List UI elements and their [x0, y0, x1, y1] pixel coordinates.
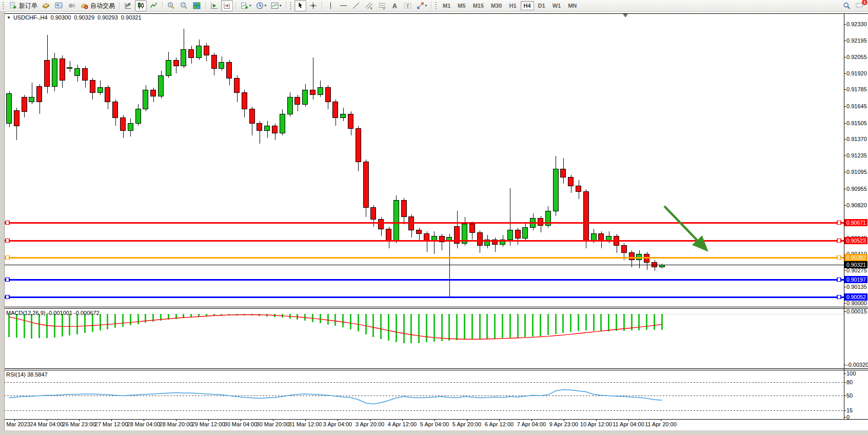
- vertical-line-button[interactable]: [325, 0, 337, 11]
- line-chart-icon: [149, 2, 158, 10]
- fibonacci-button[interactable]: F: [376, 0, 388, 11]
- hline-object-0.90671[interactable]: [4, 221, 844, 224]
- hline-object-0.90197[interactable]: [4, 278, 844, 281]
- horizontal-line-icon: [339, 2, 348, 10]
- main-chart-pane[interactable]: [4, 13, 844, 307]
- sound-alert-button[interactable]: [66, 0, 77, 11]
- periods-button[interactable]: ▾: [254, 0, 268, 11]
- timeframe-m15[interactable]: M15: [470, 1, 487, 10]
- terminal-button[interactable]: [53, 0, 65, 11]
- cursor-icon: [296, 2, 305, 10]
- vertical-line-icon: [326, 2, 335, 10]
- svg-text:F: F: [383, 7, 385, 10]
- tile-windows-button[interactable]: [191, 0, 203, 11]
- toolbar-separator: [431, 2, 431, 10]
- current-price-line: [4, 264, 844, 266]
- fibonacci-icon: F: [378, 2, 386, 10]
- trendline-button[interactable]: [350, 0, 362, 11]
- text-button[interactable]: A: [389, 0, 401, 11]
- toolbar-separator: [322, 2, 322, 10]
- equidistant-channel-button[interactable]: E: [363, 0, 375, 11]
- timeframe-h1[interactable]: H1: [506, 1, 519, 10]
- horizontal-line-button[interactable]: [338, 0, 349, 11]
- tile-windows-icon: [192, 2, 201, 10]
- text-icon: A: [390, 2, 399, 10]
- timeframe-w1[interactable]: W1: [549, 1, 564, 10]
- chevron-down-icon[interactable]: ▾: [265, 4, 267, 8]
- indicators-button[interactable]: ▾: [239, 0, 253, 11]
- toolbar-grip[interactable]: [3, 2, 4, 9]
- notifications-button[interactable]: 1: [854, 0, 865, 11]
- chart-shift-button[interactable]: [221, 0, 233, 11]
- sound-alert-icon: [67, 2, 76, 10]
- trendline-icon: [352, 2, 361, 10]
- toolbar-right-cluster: 1: [840, 0, 866, 11]
- arrows-button[interactable]: ▾: [415, 0, 429, 11]
- timeframe-d1[interactable]: D1: [535, 1, 548, 10]
- toolbar-grip[interactable]: [435, 2, 437, 9]
- auto-scroll-button[interactable]: [208, 0, 220, 11]
- chevron-down-icon[interactable]: ▾: [280, 4, 282, 8]
- toolbar-separator: [162, 2, 163, 10]
- bar-chart-icon: [124, 2, 132, 10]
- bar-chart-button[interactable]: [122, 0, 134, 11]
- toolbar-grip[interactable]: [290, 2, 291, 9]
- autotrading-icon: [80, 2, 89, 10]
- chevron-down-icon[interactable]: ▾: [425, 4, 427, 8]
- toolbar-separator: [286, 2, 286, 10]
- hline-object-0.90523[interactable]: [4, 239, 844, 242]
- equidistant-channel-icon: E: [365, 2, 373, 10]
- hline-object-0.90052[interactable]: [4, 295, 844, 299]
- svg-text:E: E: [370, 7, 372, 10]
- autotrading-button[interactable]: 自动交易: [78, 0, 116, 11]
- chart-shift-icon: [223, 2, 231, 10]
- text-label-button[interactable]: T: [402, 0, 413, 11]
- toolbar-separator: [119, 2, 120, 10]
- new-order-button[interactable]: 新订单: [7, 0, 39, 11]
- candlestick-chart-button[interactable]: [135, 0, 147, 11]
- hline-object-0.90382[interactable]: [4, 256, 844, 259]
- periods-icon: [255, 2, 264, 10]
- timeframe-m30[interactable]: M30: [488, 1, 505, 10]
- cursor-button[interactable]: [294, 0, 306, 11]
- timeframe-m5[interactable]: M5: [455, 1, 468, 10]
- search-icon: [842, 2, 851, 10]
- macd-pane[interactable]: [4, 309, 844, 368]
- timeframe-h4[interactable]: H4: [521, 1, 534, 10]
- search-button[interactable]: [841, 0, 853, 11]
- profiles-button[interactable]: [40, 0, 52, 11]
- toolbar-separator: [205, 2, 206, 10]
- crosshair-icon: [309, 2, 318, 10]
- line-chart-button[interactable]: [148, 0, 160, 11]
- chevron-down-icon[interactable]: ▾: [249, 4, 251, 8]
- zoom-in-icon: [167, 2, 175, 10]
- crosshair-button[interactable]: [307, 0, 319, 11]
- candlestick-chart-icon: [136, 2, 145, 10]
- trend-arrow-object[interactable]: [661, 203, 712, 255]
- toolbar-separator: [235, 2, 236, 10]
- window-bottom-edge: [0, 430, 868, 435]
- autotrading-button-label: 自动交易: [90, 2, 115, 10]
- svg-text:T: T: [406, 4, 409, 9]
- indicators-icon: [240, 2, 249, 10]
- new-order-icon: [9, 2, 17, 10]
- terminal-icon: [54, 2, 63, 10]
- arrows-icon: [416, 2, 425, 10]
- price-axis[interactable]: [844, 13, 868, 419]
- svg-text:A: A: [392, 3, 397, 10]
- templates-icon: [270, 2, 279, 10]
- rsi-pane[interactable]: [4, 370, 844, 419]
- timeframe-mn[interactable]: MN: [565, 1, 580, 10]
- notification-count-badge: 1: [862, 0, 867, 5]
- templates-button[interactable]: ▾: [269, 0, 283, 11]
- timeframe-m1[interactable]: M1: [440, 1, 453, 10]
- text-label-icon: T: [403, 2, 412, 10]
- zoom-out-icon: [180, 2, 188, 10]
- profiles-icon: [42, 2, 50, 10]
- new-order-button-label: 新订单: [19, 2, 37, 10]
- zoom-in-button[interactable]: [165, 0, 177, 11]
- toolbar: 新订单自动交易▾▾▾EFAT▾M1M5M15M30H1H4D1W1MN1: [0, 0, 868, 12]
- auto-scroll-icon: [210, 2, 219, 10]
- time-axis[interactable]: [4, 419, 844, 430]
- zoom-out-button[interactable]: [178, 0, 190, 11]
